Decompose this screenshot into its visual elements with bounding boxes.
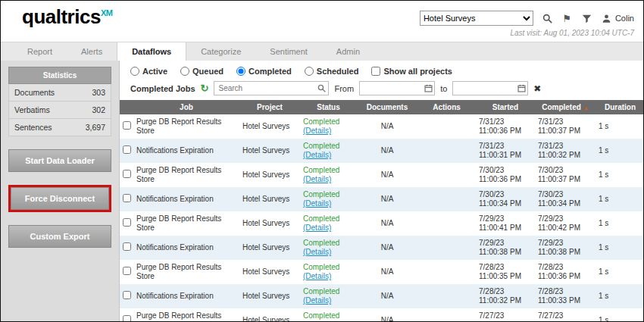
show-all-projects-input[interactable] [371, 67, 380, 76]
status-completed-text: Completed [303, 311, 339, 320]
radio-completed-input[interactable] [236, 67, 245, 76]
radio-active[interactable]: Active [130, 67, 167, 76]
search-icon[interactable] [542, 13, 553, 24]
col-documents[interactable]: Documents [357, 100, 417, 114]
tab-sentiment[interactable]: Sentiment [255, 42, 322, 61]
status-cell: Completed (Details) [300, 284, 357, 308]
radio-queued-input[interactable] [180, 67, 189, 76]
row-checkbox[interactable] [123, 291, 131, 299]
tab-dataflows[interactable]: Dataflows [117, 42, 186, 61]
job-cell: Notifications Expiration [133, 187, 239, 211]
to-date-input[interactable] [452, 81, 528, 95]
col-duration[interactable]: Duration [596, 100, 644, 114]
jobs-search-input[interactable] [214, 81, 329, 95]
duration-cell: 1 s [596, 114, 644, 139]
details-link[interactable]: (Details) [303, 296, 331, 305]
calendar-icon[interactable] [424, 84, 433, 92]
radio-scheduled-input[interactable] [305, 67, 314, 76]
actions-cell [417, 187, 476, 211]
custom-export-button[interactable]: Custom Export [8, 225, 111, 248]
project-cell: Hotel Surveys [239, 187, 300, 211]
from-date [359, 81, 435, 95]
content-area: Statistics Documents 303 Verbatims 302 S… [1, 61, 643, 321]
user-menu[interactable]: Colin [601, 13, 634, 24]
flag-icon[interactable]: ⚑ [561, 13, 573, 24]
details-link[interactable]: (Details) [303, 248, 331, 256]
radio-queued-label: Queued [192, 67, 224, 76]
job-cell: Purge DB Report Results Store [133, 114, 239, 139]
col-status[interactable]: Status [300, 100, 357, 114]
main-tab-bar: Report Alerts Dataflows Categorize Senti… [1, 42, 643, 61]
job-row: Purge DB Report Results Store Hotel Surv… [120, 211, 644, 236]
job-row: Purge DB Report Results Store Hotel Surv… [120, 163, 644, 187]
select-all-header [120, 100, 133, 114]
job-cell: Purge DB Report Results Store [133, 260, 239, 284]
radio-active-input[interactable] [130, 67, 139, 76]
details-link[interactable]: (Details) [303, 151, 331, 159]
status-completed-text: Completed [303, 287, 339, 295]
documents-cell: N/A [357, 284, 417, 308]
details-link[interactable]: (Details) [303, 199, 331, 208]
started-cell: 7/30/23 11:00:34 PM [476, 187, 535, 211]
radio-queued[interactable]: Queued [180, 67, 224, 76]
job-cell: Notifications Expiration [133, 139, 239, 163]
started-cell: 7/28/23 11:00:32 PM [476, 284, 535, 308]
force-disconnect-button[interactable]: Force Disconnect [11, 187, 109, 210]
project-selector[interactable]: Hotel Surveys [420, 11, 533, 26]
row-checkbox[interactable] [123, 194, 131, 202]
completed-cell: 7/28/23 11:00:33 PM [535, 284, 596, 308]
radio-completed[interactable]: Completed [236, 67, 292, 76]
completed-cell: 7/29/23 11:00:38 PM [535, 236, 596, 260]
job-cell: Notifications Expiration [133, 284, 239, 308]
start-data-loader-button[interactable]: Start Data Loader [8, 149, 111, 172]
refresh-icon[interactable]: ↻ [201, 83, 209, 93]
project-cell: Hotel Surveys [239, 211, 300, 236]
stat-label: Sentences [14, 123, 52, 132]
logo-xm-mark: XM [101, 8, 113, 17]
calendar-icon[interactable] [517, 84, 526, 92]
details-link[interactable]: (Details) [303, 127, 331, 135]
documents-cell: N/A [357, 236, 417, 260]
clear-dates-icon[interactable]: ✖ [533, 84, 541, 93]
completed-cell: 7/30/23 11:00:34 PM [535, 187, 596, 211]
row-checkbox[interactable] [123, 170, 131, 178]
project-cell: Hotel Surveys [239, 308, 300, 322]
force-disconnect-highlight: Force Disconnect [8, 185, 111, 212]
completed-cell: 7/30/23 11:00:37 PM [535, 163, 596, 187]
tab-alerts[interactable]: Alerts [67, 42, 117, 61]
project-cell: Hotel Surveys [239, 260, 300, 284]
started-cell: 7/29/23 11:00:41 PM [476, 211, 535, 236]
tab-categorize[interactable]: Categorize [186, 42, 255, 61]
row-checkbox[interactable] [123, 218, 131, 227]
col-job[interactable]: Job [133, 100, 239, 114]
tab-report[interactable]: Report [13, 42, 67, 61]
radio-scheduled[interactable]: Scheduled [305, 67, 359, 76]
col-started[interactable]: Started [476, 100, 535, 114]
details-link[interactable]: (Details) [303, 224, 331, 232]
to-date [452, 81, 528, 95]
actions-cell [417, 163, 476, 187]
header-controls: Hotel Surveys ⚑ Colin [420, 11, 634, 26]
row-checkbox[interactable] [123, 145, 131, 154]
row-checkbox[interactable] [123, 121, 131, 130]
table-header-row: Job Project Status Documents Actions Sta… [120, 100, 644, 114]
show-all-projects[interactable]: Show all projects [371, 67, 452, 76]
status-cell: Completed (Details) [300, 236, 357, 260]
row-checkbox[interactable] [123, 315, 131, 322]
completed-cell: 7/28/23 11:00:36 PM [535, 260, 596, 284]
row-checkbox[interactable] [123, 267, 131, 275]
details-link[interactable]: (Details) [303, 272, 331, 280]
filter-icon[interactable] [581, 13, 592, 24]
col-completed[interactable]: Completed▲ [535, 100, 596, 114]
status-completed-text: Completed [303, 214, 339, 223]
col-project[interactable]: Project [239, 100, 300, 114]
row-checkbox[interactable] [123, 242, 131, 251]
stat-sentences: Sentences 3,697 [8, 119, 111, 136]
col-actions[interactable]: Actions [417, 100, 476, 114]
logo-text: qualtrics [22, 5, 101, 28]
status-cell: Completed (Details) [300, 211, 357, 236]
stat-documents: Documents 303 [8, 84, 111, 102]
details-link[interactable]: (Details) [303, 175, 331, 183]
from-date-input[interactable] [359, 81, 435, 95]
tab-admin[interactable]: Admin [322, 42, 374, 61]
